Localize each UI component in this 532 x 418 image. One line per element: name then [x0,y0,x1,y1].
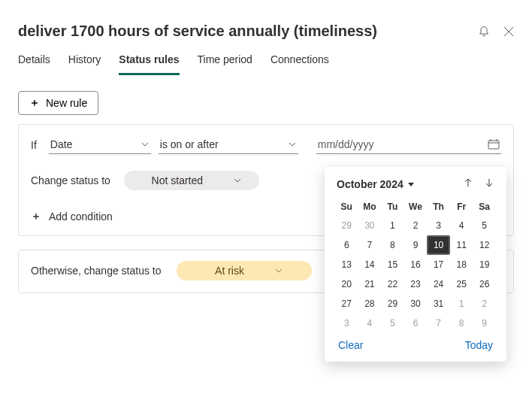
new-rule-label: New rule [46,97,87,109]
bell-icon[interactable] [478,26,490,38]
calendar-day[interactable]: 3 [335,314,358,333]
plus-icon: ＋ [29,96,40,110]
calendar-day[interactable]: 31 [427,294,450,314]
caret-down-icon [408,181,414,187]
calendar-dow: We [404,198,428,216]
calendar-day[interactable]: 18 [450,255,473,274]
next-month-button[interactable] [484,177,494,190]
new-rule-button[interactable]: ＋ New rule [18,91,98,115]
calendar-day[interactable]: 8 [381,235,404,255]
calendar-grid: SuMoTuWeThFrSa29301234567891011121314151… [335,198,496,333]
rule-condition-row: If Date is on or after mm/dd/yyyy [31,135,501,154]
calendar-day[interactable]: 14 [358,255,382,274]
chevron-down-icon [274,266,283,275]
date-placeholder: mm/dd/yyyy [318,138,374,150]
arrow-down-icon [484,177,494,188]
calendar-day[interactable]: 10 [427,235,450,255]
calendar-day[interactable]: 20 [335,274,358,294]
calendar-day[interactable]: 7 [427,314,450,333]
close-icon[interactable] [503,26,514,37]
tab-connections[interactable]: Connections [271,53,329,75]
calendar-day[interactable]: 24 [427,274,450,294]
calendar-day[interactable]: 12 [473,235,496,255]
tab-details[interactable]: Details [18,53,50,75]
calendar-day[interactable]: 9 [404,235,428,255]
field-select[interactable]: Date [49,135,151,154]
calendar-day[interactable]: 21 [358,274,382,294]
calendar-day[interactable]: 2 [473,294,496,314]
arrow-up-icon [463,177,473,188]
add-condition-label: Add condition [49,211,113,223]
calendar-day[interactable]: 19 [473,255,496,274]
calendar-day[interactable]: 29 [381,294,404,314]
calendar-day[interactable]: 1 [450,294,473,314]
otherwise-label: Otherwise, change status to [31,265,162,277]
field-value: Date [50,138,73,150]
calendar-day[interactable]: 9 [473,314,496,333]
calendar-day[interactable]: 17 [427,255,450,274]
toolbar: ＋ New rule [0,76,532,124]
calendar-day[interactable]: 23 [404,274,428,294]
calendar-day[interactable]: 28 [358,294,382,314]
calendar-day[interactable]: 22 [381,274,404,294]
status-select-not-started[interactable]: Not started [124,171,259,190]
date-input[interactable]: mm/dd/yyyy [316,135,501,154]
chevron-down-icon [288,140,297,149]
operator-value: is on or after [160,138,219,150]
calendar-dow: Fr [450,198,473,216]
tab-history[interactable]: History [68,53,101,75]
calendar-day[interactable]: 30 [358,216,382,235]
calendar-day[interactable]: 7 [358,235,382,255]
calendar-day[interactable]: 3 [427,216,450,235]
if-label: If [31,139,37,151]
tabs: Details History Status rules Time period… [0,46,532,76]
svg-rect-0 [488,141,499,149]
calendar-dow: Mo [358,198,382,216]
calendar-day[interactable]: 15 [381,255,404,274]
operator-select[interactable]: is on or after [159,135,298,154]
calendar-day[interactable]: 27 [335,294,358,314]
calendar-day[interactable]: 26 [473,274,496,294]
calendar-day[interactable]: 2 [404,216,428,235]
status-value: At risk [215,265,244,277]
calendar-footer: Clear Today [335,333,496,353]
add-condition-button[interactable]: ＋ Add condition [31,210,113,223]
calendar-day[interactable]: 4 [358,314,382,333]
header: deliver 1700 hours of service annually (… [0,0,532,46]
status-value: Not started [152,174,203,186]
calendar-day[interactable]: 5 [381,314,404,333]
calendar-day[interactable]: 5 [473,216,496,235]
calendar-day[interactable]: 8 [450,314,473,333]
plus-icon: ＋ [31,210,41,223]
calendar-day[interactable]: 30 [404,294,428,314]
calendar-day[interactable]: 4 [450,216,473,235]
calendar-header: October 2024 [335,177,496,198]
calendar-dow: Th [427,198,450,216]
calendar-day[interactable]: 16 [404,255,428,274]
calendar-today-button[interactable]: Today [465,339,493,351]
calendar-day[interactable]: 29 [335,216,358,235]
chevron-down-icon [233,176,242,185]
change-status-label: Change status to [31,174,110,186]
status-select-at-risk[interactable]: At risk [177,261,312,280]
calendar-dow: Sa [473,198,496,216]
calendar-day[interactable]: 6 [335,235,358,255]
calendar-day[interactable]: 1 [381,216,404,235]
calendar-day[interactable]: 6 [404,314,428,333]
calendar-dow: Su [335,198,358,216]
calendar-popup: October 2024 SuMoTuWeThFrSa2930123456789… [325,167,506,362]
calendar-dow: Tu [381,198,404,216]
calendar-icon [488,139,500,150]
calendar-day[interactable]: 11 [450,235,473,255]
calendar-nav [463,177,494,190]
calendar-day[interactable]: 25 [450,274,473,294]
header-actions [478,26,514,38]
calendar-day[interactable]: 13 [335,255,358,274]
tab-time-period[interactable]: Time period [198,53,252,75]
calendar-month-button[interactable]: October 2024 [337,178,414,190]
prev-month-button[interactable] [463,177,473,190]
page-title: deliver 1700 hours of service annually (… [18,23,377,40]
calendar-month-label: October 2024 [337,178,404,190]
calendar-clear-button[interactable]: Clear [338,339,363,351]
tab-status-rules[interactable]: Status rules [119,53,179,75]
